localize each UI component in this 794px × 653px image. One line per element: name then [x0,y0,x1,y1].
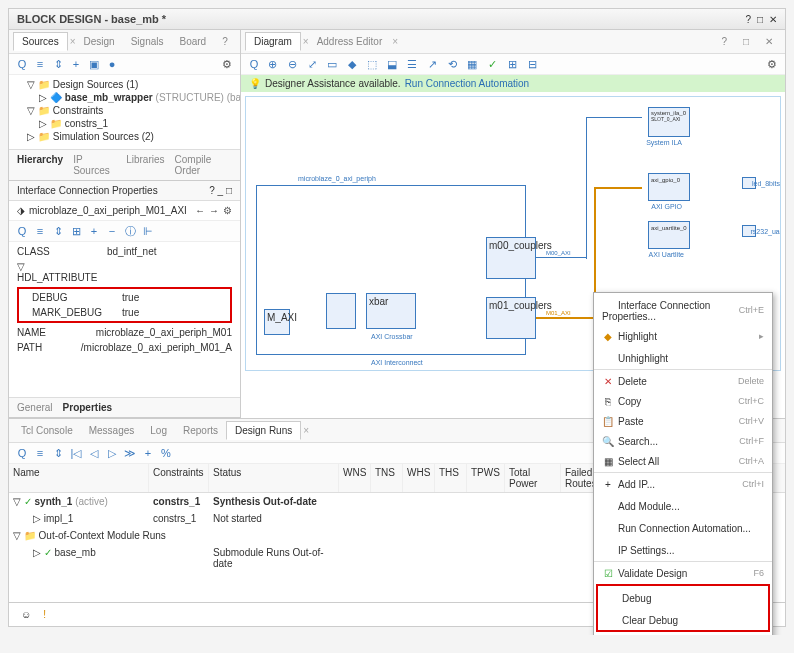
play-icon[interactable]: ▷ [105,446,119,460]
tab-reports[interactable]: Reports [175,422,226,439]
fit-icon[interactable]: ⊞ [69,224,83,238]
tab-properties[interactable]: Properties [63,402,112,413]
add-icon[interactable]: + [69,57,83,71]
ctx-addmodule[interactable]: Add Module... [594,494,772,516]
add-icon[interactable]: + [141,446,155,460]
ctx-ipsettings[interactable]: IP Settings... [594,538,772,560]
bot-tab-compile[interactable]: Compile Order [175,154,232,176]
prop-debug-val[interactable]: true [122,292,229,303]
block-xbar[interactable]: xbar [366,293,416,329]
ctx-delete[interactable]: ✕DeleteDelete [594,371,772,391]
ctx-addip[interactable]: +Add IP...Ctrl+I [594,474,772,494]
tab-signals[interactable]: Signals [123,33,172,50]
tab-tcl[interactable]: Tcl Console [13,422,81,439]
search-icon[interactable]: Q [15,57,29,71]
block-m01[interactable]: m01_couplers [486,297,536,339]
gear-icon[interactable]: ⚙ [765,57,779,71]
block-m00[interactable]: m00_couplers [486,237,536,279]
remove-icon[interactable]: − [105,224,119,238]
opt1-icon[interactable]: ◆ [345,57,359,71]
next-icon[interactable]: → [209,205,219,216]
tree-design-sources[interactable]: Design Sources (1) [53,79,139,90]
select-icon[interactable]: ▭ [325,57,339,71]
opt5-icon[interactable]: ↗ [425,57,439,71]
opt6-icon[interactable]: ⟲ [445,57,459,71]
ctx-copy[interactable]: ⎘CopyCtrl+C [594,391,772,411]
expand-icon[interactable]: ⇕ [51,57,65,71]
zoom-in-icon[interactable]: ⊕ [265,57,279,71]
tree-wrapper[interactable]: base_mb_wrapper [65,92,153,103]
bot-tab-ipsources[interactable]: IP Sources [73,154,116,176]
help-icon[interactable]: ? [713,33,735,50]
help-icon[interactable]: ? [745,14,751,25]
add-icon[interactable]: + [87,224,101,238]
ctx-runconn[interactable]: Run Connection Automation... [594,516,772,538]
tab-close-icon[interactable]: × [303,425,309,436]
ctx-highlight[interactable]: ◆Highlight▸ [594,326,772,346]
prop-mark-val[interactable]: true [122,307,229,318]
ctx-props[interactable]: Interface Connection Properties...Ctrl+E [594,293,772,326]
opt2-icon[interactable]: ⬚ [365,57,379,71]
opts-icon[interactable]: ▣ [87,57,101,71]
ctx-showdriver[interactable]: Show Driver Pin [594,633,772,635]
more-icon[interactable]: ● [105,57,119,71]
tab-design[interactable]: Design [76,33,123,50]
gear-icon[interactable]: ⚙ [223,205,232,216]
smile-icon[interactable]: ☺ [21,609,31,620]
sources-tree[interactable]: ▽ 📁Design Sources (1) ▷ 🔷base_mb_wrapper… [9,75,240,149]
maximize-icon[interactable]: □ [757,14,763,25]
wire-debug[interactable] [536,317,596,319]
bot-tab-libraries[interactable]: Libraries [126,154,164,176]
close-icon[interactable]: ✕ [769,14,777,25]
marker-icon[interactable]: ⊩ [141,224,155,238]
tree-constraints[interactable]: Constraints [53,105,104,116]
zoom-out-icon[interactable]: ⊖ [285,57,299,71]
pct-icon[interactable]: % [159,446,173,460]
tab-board[interactable]: Board [171,33,214,50]
tab-general[interactable]: General [17,402,53,413]
tab-diagram[interactable]: Diagram [245,32,301,51]
expand-icon[interactable]: ⇕ [51,446,65,460]
tab-designruns[interactable]: Design Runs [226,421,301,440]
tab-addr-editor[interactable]: Address Editor [309,33,391,50]
block-uart[interactable]: axi_uartlite_0 [648,221,690,249]
tree-sim[interactable]: Simulation Sources (2) [53,131,154,142]
collapse-icon[interactable]: ≡ [33,446,47,460]
search-icon[interactable]: Q [15,224,29,238]
opt7-icon[interactable]: ▦ [465,57,479,71]
opt4-icon[interactable]: ☰ [405,57,419,71]
zoom-icon[interactable]: Q [247,57,261,71]
collapse-icon[interactable]: ≡ [33,224,47,238]
expand-icon[interactable]: ⇕ [51,224,65,238]
opt9-icon[interactable]: ⊟ [525,57,539,71]
block-conn[interactable]: M_AXI [264,309,290,335]
max-icon[interactable]: □ [735,33,757,50]
prev-icon[interactable]: ← [195,205,205,216]
max-icon[interactable]: □ [226,185,232,196]
info-icon[interactable]: ⓘ [123,224,137,238]
opt3-icon[interactable]: ⬓ [385,57,399,71]
ctx-cleardebug[interactable]: Clear Debug [598,608,768,630]
ctx-validate[interactable]: ☑Validate DesignF6 [594,563,772,583]
help-icon[interactable]: ? [214,33,236,50]
block-sysila[interactable]: system_ila_0SLOT_0_AXI [648,107,690,137]
dash-icon[interactable]: _ [218,185,224,196]
gear-icon[interactable]: ⚙ [220,57,234,71]
validate-icon[interactable]: ✓ [485,57,499,71]
collapse-icon[interactable]: ≡ [33,57,47,71]
tab-messages[interactable]: Messages [81,422,143,439]
block-gpio[interactable]: axi_gpio_0 [648,173,690,201]
tab-close-icon[interactable]: × [392,36,398,47]
warn-icon[interactable]: ! [43,609,46,620]
close-icon[interactable]: ✕ [757,33,781,50]
tab-sources[interactable]: Sources [13,32,68,51]
block-sub[interactable] [326,293,356,329]
wire-debug[interactable] [594,187,642,189]
first-icon[interactable]: |◁ [69,446,83,460]
help-icon[interactable]: ? [209,185,215,196]
tab-log[interactable]: Log [142,422,175,439]
bot-tab-hierarchy[interactable]: Hierarchy [17,154,63,176]
ctx-search[interactable]: 🔍Search...Ctrl+F [594,431,772,451]
prev-icon[interactable]: ◁ [87,446,101,460]
ctx-selectall[interactable]: ▦Select AllCtrl+A [594,451,772,471]
